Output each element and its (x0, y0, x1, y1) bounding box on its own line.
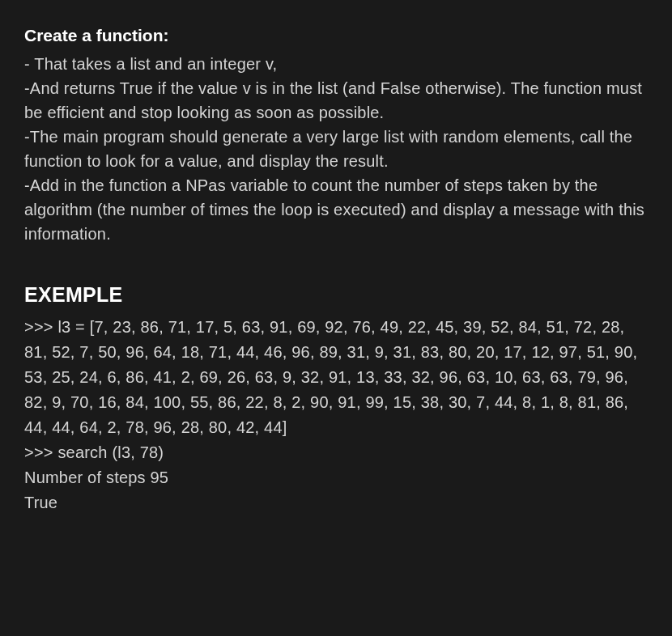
main-heading: Create a function: (24, 23, 648, 49)
example-heading: EXEMPLE (24, 280, 648, 311)
code-line-list-definition: >>> l3 = [7, 23, 86, 71, 17, 5, 63, 91, … (24, 315, 648, 440)
requirement-2: -And returns True if the value v is in t… (24, 76, 648, 125)
problem-statement: Create a function: - That takes a list a… (24, 23, 648, 246)
requirement-4: -Add in the function a NPas variable to … (24, 173, 648, 246)
code-line-function-call: >>> search (l3, 78) (24, 440, 648, 465)
code-line-steps-output: Number of steps 95 (24, 465, 648, 490)
example-code: >>> l3 = [7, 23, 86, 71, 17, 5, 63, 91, … (24, 315, 648, 515)
requirement-3: -The main program should generate a very… (24, 125, 648, 173)
code-line-result-output: True (24, 490, 648, 515)
requirement-1: - That takes a list and an integer v, (24, 52, 648, 76)
